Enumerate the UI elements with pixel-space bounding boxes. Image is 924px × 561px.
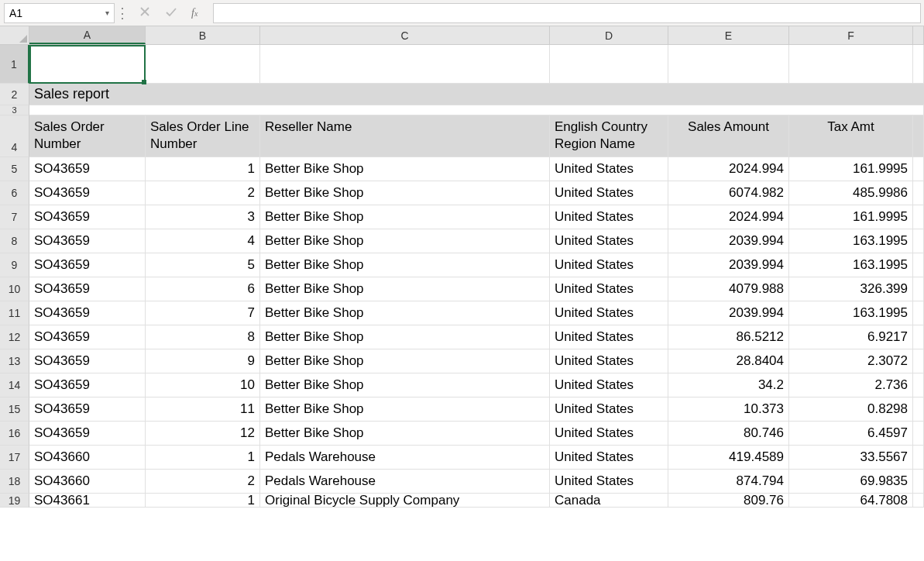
cell-order-number[interactable]: SO43659 xyxy=(29,181,146,205)
cell-E1[interactable] xyxy=(668,45,789,84)
cell-order-number[interactable]: SO43659 xyxy=(29,157,146,181)
cell-order-number[interactable]: SO43659 xyxy=(29,398,146,422)
cell-country[interactable]: United States xyxy=(550,422,668,446)
cell-G[interactable] xyxy=(913,205,924,229)
name-box-input[interactable] xyxy=(5,7,114,19)
cell-reseller-name[interactable]: Better Bike Shop xyxy=(260,301,550,325)
row-header-2[interactable]: 2 xyxy=(0,84,29,105)
cell-sales-amount[interactable]: 419.4589 xyxy=(668,446,789,470)
row-header-6[interactable]: 6 xyxy=(0,181,29,205)
cell-G[interactable] xyxy=(913,422,924,446)
cell-tax-amt[interactable]: 163.1995 xyxy=(789,301,913,325)
cell-order-number[interactable]: SO43660 xyxy=(29,470,146,494)
header-sales-order-number[interactable]: Sales OrderNumber xyxy=(29,115,146,157)
title-cell[interactable]: Sales report xyxy=(29,84,924,105)
cell-sales-amount[interactable]: 28.8404 xyxy=(668,349,789,373)
cell-line-number[interactable]: 3 xyxy=(146,205,260,229)
fx-icon[interactable]: fx xyxy=(191,7,198,19)
col-header-F[interactable]: F xyxy=(789,26,913,44)
cell-sales-amount[interactable]: 34.2 xyxy=(668,373,789,398)
header-tax-amt[interactable]: Tax Amt xyxy=(789,115,913,157)
cell-line-number[interactable]: 10 xyxy=(146,373,260,398)
cell-order-number[interactable]: SO43659 xyxy=(29,253,146,277)
cell-sales-amount[interactable]: 4079.988 xyxy=(668,277,789,301)
cancel-icon[interactable] xyxy=(139,5,151,21)
cell-line-number[interactable]: 11 xyxy=(146,398,260,422)
cell-tax-amt[interactable]: 6.4597 xyxy=(789,422,913,446)
cell-sales-amount[interactable]: 2024.994 xyxy=(668,157,789,181)
cell-order-number[interactable]: SO43659 xyxy=(29,277,146,301)
cell-G[interactable] xyxy=(913,373,924,398)
header-sales-order-line-number[interactable]: Sales Order LineNumber xyxy=(146,115,260,157)
cell-G[interactable] xyxy=(913,494,924,508)
cell-reseller-name[interactable]: Better Bike Shop xyxy=(260,181,550,205)
col-header-A[interactable]: A xyxy=(29,26,146,44)
cell-reseller-name[interactable]: Better Bike Shop xyxy=(260,325,550,349)
formula-input-wrap[interactable] xyxy=(213,3,921,23)
col-header-E[interactable]: E xyxy=(668,26,789,44)
cell-reseller-name[interactable]: Better Bike Shop xyxy=(260,373,550,398)
cell-order-number[interactable]: SO43660 xyxy=(29,446,146,470)
spreadsheet-grid[interactable]: A B C D E F 1 2 Sales report 3 xyxy=(0,26,924,508)
cell-country[interactable]: United States xyxy=(550,373,668,398)
row-header-10[interactable]: 10 xyxy=(0,277,29,301)
cell-G[interactable] xyxy=(913,398,924,422)
enter-icon[interactable] xyxy=(165,5,177,21)
row-header-4[interactable]: 4 xyxy=(0,115,29,157)
cell-country[interactable]: Canada xyxy=(550,494,668,508)
cell-reseller-name[interactable]: Better Bike Shop xyxy=(260,277,550,301)
cell-order-number[interactable]: SO43659 xyxy=(29,229,146,253)
header-reseller-name[interactable]: Reseller Name xyxy=(260,115,550,157)
row-header-12[interactable]: 12 xyxy=(0,325,29,349)
cell-line-number[interactable]: 7 xyxy=(146,301,260,325)
row-header-14[interactable]: 14 xyxy=(0,373,29,398)
select-all-corner[interactable] xyxy=(0,26,29,44)
header-G[interactable] xyxy=(913,115,924,157)
cell-sales-amount[interactable]: 2039.994 xyxy=(668,253,789,277)
cell-G[interactable] xyxy=(913,349,924,373)
cell-country[interactable]: United States xyxy=(550,277,668,301)
cell-C1[interactable] xyxy=(260,45,550,84)
cell-tax-amt[interactable]: 163.1995 xyxy=(789,229,913,253)
formula-input[interactable] xyxy=(214,4,920,22)
col-header-D[interactable]: D xyxy=(550,26,668,44)
cell-line-number[interactable]: 6 xyxy=(146,277,260,301)
cell-G[interactable] xyxy=(913,277,924,301)
cell-reseller-name[interactable]: Pedals Warehouse xyxy=(260,446,550,470)
cell-line-number[interactable]: 9 xyxy=(146,349,260,373)
cell-country[interactable]: United States xyxy=(550,157,668,181)
cell-reseller-name[interactable]: Better Bike Shop xyxy=(260,398,550,422)
cell-sales-amount[interactable]: 809.76 xyxy=(668,494,789,508)
cell-line-number[interactable]: 1 xyxy=(146,494,260,508)
cell-tax-amt[interactable]: 33.5567 xyxy=(789,446,913,470)
cell-tax-amt[interactable]: 163.1995 xyxy=(789,253,913,277)
row-header-11[interactable]: 11 xyxy=(0,301,29,325)
cell-tax-amt[interactable]: 6.9217 xyxy=(789,325,913,349)
row-header-15[interactable]: 15 xyxy=(0,398,29,422)
cell-country[interactable]: United States xyxy=(550,349,668,373)
cell-country[interactable]: United States xyxy=(550,398,668,422)
cell-F1[interactable] xyxy=(789,45,913,84)
cell-tax-amt[interactable]: 161.9995 xyxy=(789,205,913,229)
col-header-G[interactable] xyxy=(913,26,924,44)
cell-tax-amt[interactable]: 2.3072 xyxy=(789,349,913,373)
cell-A1[interactable] xyxy=(29,45,146,84)
cell-order-number[interactable]: SO43659 xyxy=(29,325,146,349)
row-header-7[interactable]: 7 xyxy=(0,205,29,229)
cell-row3[interactable] xyxy=(29,105,924,115)
cell-G[interactable] xyxy=(913,301,924,325)
row-header-8[interactable]: 8 xyxy=(0,229,29,253)
cell-line-number[interactable]: 4 xyxy=(146,229,260,253)
row-header-9[interactable]: 9 xyxy=(0,253,29,277)
row-header-5[interactable]: 5 xyxy=(0,157,29,181)
cell-line-number[interactable]: 12 xyxy=(146,422,260,446)
cell-sales-amount[interactable]: 80.746 xyxy=(668,422,789,446)
cell-country[interactable]: United States xyxy=(550,470,668,494)
cell-country[interactable]: United States xyxy=(550,205,668,229)
cell-line-number[interactable]: 5 xyxy=(146,253,260,277)
cell-G[interactable] xyxy=(913,253,924,277)
cell-tax-amt[interactable]: 64.7808 xyxy=(789,494,913,508)
cell-reseller-name[interactable]: Better Bike Shop xyxy=(260,349,550,373)
header-sales-amount[interactable]: Sales Amount xyxy=(668,115,789,157)
cell-tax-amt[interactable]: 485.9986 xyxy=(789,181,913,205)
